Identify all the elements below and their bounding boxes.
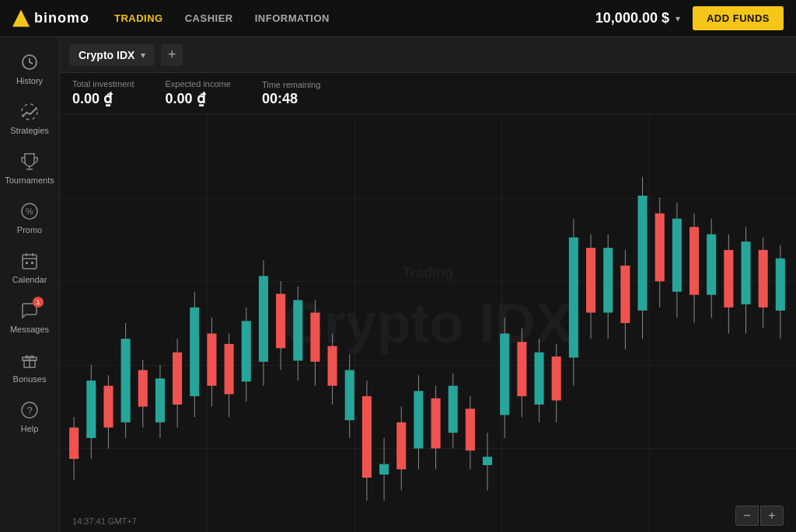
svg-rect-62: [449, 386, 458, 433]
sidebar-label-calendar: Calendar: [12, 275, 47, 284]
svg-rect-22: [103, 386, 113, 428]
instrument-selector[interactable]: Crypto IDX ▾: [69, 44, 155, 66]
nav-links: TRADING CASHIER INFORMATION: [114, 12, 595, 24]
expected-income-label: Expected income: [165, 79, 230, 89]
sidebar-item-history[interactable]: History: [0, 43, 59, 93]
svg-rect-92: [707, 235, 716, 295]
sidebar-label-bonuses: Bonuses: [13, 374, 47, 384]
content-area: Crypto IDX ▾ + Total investment 0.00 ₫ E…: [60, 37, 796, 532]
svg-rect-34: [207, 333, 216, 385]
message-badge: 1: [33, 297, 44, 308]
svg-rect-11: [31, 262, 33, 264]
sidebar-item-tournaments[interactable]: Tournaments: [0, 143, 59, 193]
svg-rect-56: [396, 422, 406, 470]
instrument-dropdown-icon: ▾: [141, 50, 145, 61]
svg-rect-50: [345, 370, 354, 421]
svg-rect-6: [23, 255, 37, 269]
logo-text: binomo: [34, 10, 89, 26]
zoom-in-button[interactable]: +: [760, 506, 784, 526]
sidebar-label-help: Help: [21, 424, 39, 433]
strategies-icon: [19, 101, 40, 123]
svg-rect-20: [86, 381, 96, 438]
sidebar-label-strategies: Strategies: [10, 126, 49, 135]
svg-rect-82: [620, 266, 630, 323]
svg-rect-76: [569, 238, 578, 358]
svg-rect-40: [259, 276, 268, 361]
svg-rect-58: [414, 391, 423, 448]
logo: binomo: [12, 10, 89, 27]
trophy-icon: [19, 151, 40, 172]
stat-expected-income: Expected income 0.00 ₫: [165, 79, 230, 107]
sidebar-item-calendar[interactable]: Calendar: [0, 242, 59, 292]
stat-time-remaining: Time remaining 00:48: [262, 80, 320, 107]
svg-rect-100: [776, 259, 785, 311]
nav-information[interactable]: INFORMATION: [255, 12, 330, 24]
sidebar-item-strategies[interactable]: Strategies: [0, 93, 59, 143]
sidebar-item-bonuses[interactable]: Bonuses: [0, 342, 59, 391]
svg-rect-24: [121, 339, 131, 422]
sidebar-item-help[interactable]: ? Help: [0, 391, 59, 441]
svg-rect-38: [242, 321, 251, 381]
svg-rect-10: [26, 262, 28, 264]
balance-area: 10,000.00 $ ▾: [595, 10, 680, 26]
sidebar-label-promo: Promo: [17, 225, 42, 235]
nav-cashier[interactable]: CASHIER: [185, 12, 233, 24]
svg-rect-78: [586, 248, 595, 312]
zoom-controls: − +: [735, 506, 784, 526]
svg-rect-66: [483, 457, 492, 465]
svg-rect-44: [293, 300, 302, 360]
add-tab-button[interactable]: +: [161, 44, 183, 66]
instrument-name: Crypto IDX: [79, 49, 134, 61]
chart-area[interactable]: Crypto IDX Trading: [60, 114, 796, 532]
svg-rect-94: [724, 250, 733, 308]
svg-point-1: [22, 104, 37, 120]
stats-bar: Total investment 0.00 ₫ Expected income …: [60, 73, 796, 114]
svg-rect-80: [603, 248, 613, 312]
svg-text:?: ?: [26, 405, 32, 416]
svg-rect-88: [672, 219, 682, 292]
percent-icon: %: [19, 200, 40, 222]
instrument-bar: Crypto IDX ▾ +: [60, 37, 796, 73]
top-nav: binomo TRADING CASHIER INFORMATION 10,00…: [0, 0, 796, 37]
gift-icon: [19, 349, 40, 371]
svg-rect-70: [517, 342, 526, 396]
svg-rect-84: [637, 196, 647, 311]
balance-dropdown-icon[interactable]: ▾: [676, 13, 680, 24]
svg-rect-96: [741, 242, 750, 304]
svg-rect-68: [500, 333, 509, 415]
nav-trading[interactable]: TRADING: [114, 12, 163, 24]
svg-rect-64: [466, 409, 475, 450]
total-investment-value: 0.00 ₫: [72, 90, 134, 107]
time-remaining-value: 00:48: [262, 91, 320, 107]
svg-rect-74: [552, 356, 561, 400]
clock-icon: [19, 51, 40, 73]
svg-rect-28: [155, 378, 165, 422]
svg-rect-90: [690, 227, 699, 294]
svg-rect-18: [69, 428, 79, 459]
expected-income-value: 0.00 ₫: [165, 90, 230, 107]
sidebar-label-tournaments: Tournaments: [5, 176, 54, 185]
message-icon: 1: [19, 300, 40, 322]
sidebar-item-messages[interactable]: 1 Messages: [0, 292, 59, 342]
svg-rect-42: [276, 294, 285, 348]
svg-rect-54: [379, 464, 389, 475]
chart-timestamp: 14:37:41 GMT+7: [72, 516, 137, 526]
svg-rect-98: [759, 250, 768, 308]
balance-value: 10,000.00 $: [595, 10, 669, 26]
logo-icon: [12, 10, 30, 27]
total-investment-label: Total investment: [72, 79, 134, 89]
zoom-out-button[interactable]: −: [735, 506, 759, 526]
svg-rect-46: [310, 313, 319, 362]
svg-rect-36: [225, 344, 234, 395]
svg-rect-52: [362, 396, 372, 478]
sidebar-item-promo[interactable]: % Promo: [0, 193, 59, 242]
svg-rect-48: [328, 346, 337, 386]
sidebar-label-messages: Messages: [10, 325, 49, 334]
sidebar: History Strategies Tournaments % Promo C…: [0, 37, 60, 532]
svg-text:%: %: [26, 207, 33, 216]
main-layout: History Strategies Tournaments % Promo C…: [0, 37, 796, 532]
svg-rect-72: [535, 353, 544, 405]
time-remaining-label: Time remaining: [262, 80, 320, 89]
svg-rect-26: [138, 370, 148, 407]
add-funds-button[interactable]: ADD FUNDS: [693, 6, 784, 30]
